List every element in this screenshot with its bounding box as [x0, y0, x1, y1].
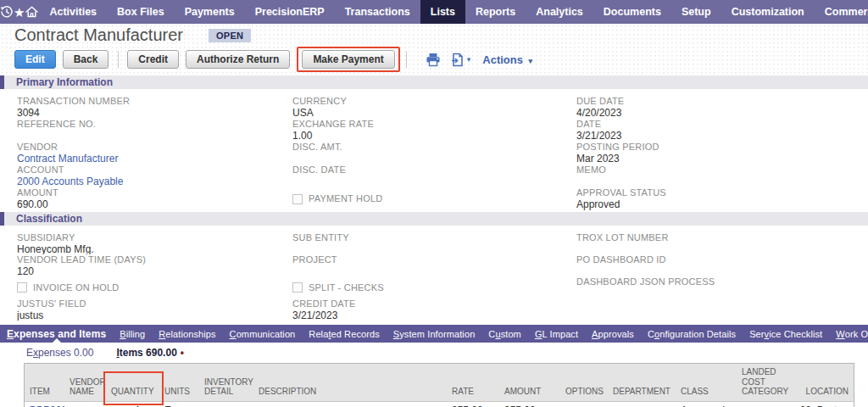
status-badge: OPEN: [209, 29, 251, 42]
field-exchange-rate: EXCHANGE RATE 1.00: [292, 119, 576, 142]
toolbar-divider: [118, 51, 119, 68]
col-department[interactable]: DEPARTMENT: [608, 364, 676, 401]
item-link[interactable]: BBP00001: [30, 404, 64, 407]
vendor-link[interactable]: Contract Manufacturer: [17, 153, 118, 164]
tab-gl-impact[interactable]: GL Impact: [528, 325, 585, 343]
favorites-star-icon[interactable]: ★: [14, 0, 25, 24]
subtab-expenses[interactable]: Expenses 0.00: [26, 347, 93, 359]
primary-information-fields: TRANSACTION NUMBER 3094 REFERENCE NO. VE…: [0, 89, 868, 212]
classification-header: Classification: [0, 212, 868, 226]
items-header-row: ITEM VENDOR NAME QUANTITY UNITS INVENTOR…: [25, 364, 854, 401]
edit-button[interactable]: Edit: [14, 50, 56, 69]
field-date: DATE 3/21/2023: [576, 119, 868, 142]
col-item[interactable]: ITEM: [25, 364, 64, 401]
primary-information-header: Primary Information: [0, 75, 868, 89]
nav-item-lists[interactable]: Lists: [420, 0, 465, 24]
nav-item-payments[interactable]: Payments: [175, 0, 245, 24]
nav-item-precisionerp[interactable]: PrecisionERP: [245, 0, 335, 24]
field-dashboard-json-process: DASHBOARD JSON PROCESS: [576, 276, 868, 298]
field-disc-amt: DISC. AMT.: [292, 142, 576, 164]
authorize-return-button[interactable]: Authorize Return: [186, 50, 290, 69]
tab-work-order-items[interactable]: Work Order Items: [829, 325, 868, 343]
nav-item-commerce[interactable]: Commerce: [815, 0, 868, 24]
primary-information-title: Primary Information: [16, 76, 113, 88]
nav-item-customization[interactable]: Customization: [721, 0, 815, 24]
field-amount: AMOUNT 690.00: [17, 187, 292, 210]
col-rate[interactable]: RATE: [447, 364, 499, 401]
field-justus-field: JUSTUS' FIELD justus: [17, 298, 292, 321]
tab-configuration-details[interactable]: Configuration Details: [641, 325, 743, 343]
tab-related-records[interactable]: Related Records: [302, 325, 386, 343]
account-link[interactable]: 2000 Accounts Payable: [17, 176, 123, 187]
subtab-items-label: Items 690.00: [116, 347, 176, 359]
col-landed-cost-category[interactable]: LANDED COST CATEGORY: [737, 364, 791, 401]
payment-hold-checkbox[interactable]: [292, 194, 303, 204]
field-project: PROJECT: [292, 254, 576, 276]
nav-item-setup[interactable]: Setup: [671, 0, 721, 24]
history-icon[interactable]: [0, 0, 14, 24]
tab-communication[interactable]: Communication: [223, 325, 303, 343]
field-disc-date: DISC. DATE: [292, 164, 576, 187]
items-table: ITEM VENDOR NAME QUANTITY UNITS INVENTOR…: [25, 364, 854, 407]
tab-approvals[interactable]: Approvals: [585, 325, 641, 343]
col-class[interactable]: CLASS: [676, 364, 737, 401]
field-currency: CURRENCY USA: [292, 96, 576, 119]
tab-expenses-and-items[interactable]: Expenses and Items: [0, 325, 113, 343]
field-credit-date: CREDIT DATE 3/21/2023: [292, 298, 576, 321]
field-po-dashboard-id: PO DASHBOARD ID: [576, 254, 868, 276]
top-nav: ★ Activities Box Files Payments Precisio…: [0, 0, 868, 24]
col-location[interactable]: LOCATION: [791, 364, 854, 401]
tab-custom[interactable]: Custom: [481, 325, 528, 343]
tab-system-information[interactable]: System Information: [387, 325, 482, 343]
col-units[interactable]: UNITS: [159, 364, 199, 401]
export-pdf-icon[interactable]: ▾: [451, 53, 471, 67]
toolbar: Edit Back Credit Authorize Return Make P…: [0, 44, 868, 75]
nav-item-transactions[interactable]: Transactions: [335, 0, 420, 24]
page-title: Contract Manufacturer: [14, 25, 183, 45]
field-vendor-lead-time: VENDOR LEAD TIME (DAYS) 120: [17, 254, 292, 276]
field-reference-no: REFERENCE NO.: [17, 119, 292, 142]
field-memo: MEMO: [576, 164, 868, 187]
field-payment-hold: PAYMENT HOLD: [292, 187, 576, 210]
print-icon[interactable]: [426, 53, 441, 67]
classification-fields: SUBSIDIARY Honeycomb Mfg. VENDOR LEAD TI…: [0, 226, 868, 322]
field-sub-entity: SUB ENTITY: [292, 232, 576, 254]
subtab-items[interactable]: Items 690.00•: [116, 347, 184, 359]
col-description[interactable]: DESCRIPTION: [253, 364, 447, 401]
tab-billing[interactable]: Billing: [113, 325, 152, 343]
make-payment-highlight-box: Make Payment: [297, 47, 399, 72]
field-invoice-on-hold: INVOICE ON HOLD: [17, 276, 292, 298]
nav-item-box-files[interactable]: Box Files: [107, 0, 175, 24]
toolbar-divider: [406, 51, 407, 68]
make-payment-button[interactable]: Make Payment: [302, 50, 394, 69]
nav-item-activities[interactable]: Activities: [39, 0, 107, 24]
back-button[interactable]: Back: [63, 50, 109, 69]
classification-title: Classification: [16, 213, 82, 225]
field-split-checks: SPLIT - CHECKS: [292, 276, 576, 298]
field-subsidiary: SUBSIDIARY Honeycomb Mfg.: [17, 232, 292, 254]
col-vendor-name[interactable]: VENDOR NAME: [64, 364, 106, 401]
field-account: ACCOUNT 2000 Accounts Payable: [17, 164, 292, 187]
record-tabs: Expenses and Items Billing Relationships…: [0, 325, 868, 343]
col-amount[interactable]: AMOUNT: [499, 364, 560, 401]
actions-dropdown-caret: ▾: [529, 57, 533, 65]
home-icon[interactable]: [25, 0, 39, 24]
tab-relationships[interactable]: Relationships: [152, 325, 222, 343]
actions-menu-button[interactable]: Actions ▾: [482, 53, 532, 66]
field-approval-status: APPROVAL STATUS Approved: [576, 187, 868, 210]
col-inventory-detail[interactable]: INVENTORY DETAIL: [199, 364, 253, 401]
col-quantity[interactable]: QUANTITY: [106, 364, 159, 401]
item-row-1: BBP00001 1 Ea 355.00 355.00 Accessories …: [25, 401, 854, 407]
tab-service-checklist[interactable]: Service Checklist: [743, 325, 829, 343]
split-checks-checkbox[interactable]: [292, 282, 303, 293]
field-trox-lot-number: TROX LOT NUMBER: [576, 232, 868, 254]
record-header: Contract Manufacturer OPEN Edit Back Cre…: [0, 24, 868, 75]
invoice-on-hold-checkbox[interactable]: [17, 282, 27, 293]
export-dropdown-caret[interactable]: ▾: [467, 55, 471, 64]
col-options[interactable]: OPTIONS: [560, 364, 608, 401]
nav-item-reports[interactable]: Reports: [465, 0, 526, 24]
nav-item-analytics[interactable]: Analytics: [526, 0, 593, 24]
nav-item-documents[interactable]: Documents: [593, 0, 671, 24]
field-posting-period: POSTING PERIOD Mar 2023: [576, 142, 868, 164]
credit-button[interactable]: Credit: [127, 50, 179, 69]
